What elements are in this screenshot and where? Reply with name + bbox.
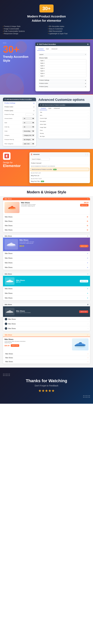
style-list-item[interactable]: Style 1 — [39, 60, 86, 62]
style4-row-2[interactable]: 2 Nike Shoes › — [3, 322, 90, 326]
wr-label: Active Style — [40, 124, 46, 125]
style2-desc: Lorem ipsum dolor sit amet consectetur a… — [19, 241, 40, 244]
style4-row-3[interactable]: 3 Nike Shoes › — [3, 326, 90, 331]
style3-row-3[interactable]: Nike Shoes+ — [3, 296, 90, 300]
wr-tab-advanced[interactable]: Advanced — [53, 107, 61, 110]
woo-layout: ☰ Edit WooCommerce Product Accordion Pro… — [0, 95, 93, 149]
woo-right-row[interactable]: Active Style› — [38, 123, 90, 126]
style1-row-1[interactable]: Nike Shoes⊕ — [3, 215, 90, 219]
style1-row-2[interactable]: Nike Shoes⊕ — [3, 219, 90, 224]
feature-item: Trendy & Unique Style — [3, 25, 45, 28]
style5-add-cart[interactable]: Add to Cart — [11, 344, 19, 347]
hero-title: Modern Product Accordion Addon for eleme… — [3, 14, 90, 23]
style-list-item[interactable]: Style 6 — [39, 72, 86, 75]
woo-field-row: CategoryCategory Select — [3, 133, 36, 138]
wr-arrow: › — [88, 136, 89, 137]
woo-right-row[interactable]: Review› — [38, 132, 90, 135]
woo-select[interactable]: style: Caro — [22, 142, 34, 145]
close-icon-2: ⊕ — [87, 235, 88, 237]
feature-item: Image Customizable — [3, 28, 45, 30]
style4-top-bar: Nike Shoes # — [3, 303, 90, 306]
wr-label: Description — [40, 121, 46, 122]
style3-add-cart[interactable]: Add to Cart — [80, 280, 88, 282]
widget-woo-accordion[interactable]: WooCommerce Product Accordion New — [30, 168, 89, 171]
layout-group[interactable]: Layout ▼ — [38, 53, 87, 56]
woo-right-tabs: Content Style Advanced — [38, 107, 90, 110]
hero-section: 30+ Modern Product Accordion Addon for e… — [0, 0, 93, 39]
style5-row-1[interactable]: Nike Shoes› — [3, 352, 90, 356]
minus-icon-5: — — [87, 334, 88, 336]
style2-row-4[interactable]: Nike Shoes+ — [3, 265, 90, 270]
style3-row-2[interactable]: Nike Shoes+ — [3, 291, 90, 296]
product-query-group[interactable]: Product Query ▶ — [38, 85, 87, 88]
woo-right-row[interactable]: Current Style› — [38, 117, 90, 120]
woo-right-row[interactable]: Price› — [38, 129, 90, 132]
wr-tab-style[interactable]: Style — [47, 107, 53, 110]
style5-row-3[interactable]: Nike Shoes› — [3, 360, 90, 364]
sidebar-item-product-action[interactable]: Product Action ▶ — [3, 105, 36, 109]
style-list[interactable]: Style 1Style 2Style 3Style 4Style 5Style… — [39, 59, 87, 77]
style4-row-1[interactable]: 1 Nike Shoes › — [3, 317, 90, 322]
woo-field-input[interactable] — [25, 113, 34, 116]
style2-row-2[interactable]: Nike Shoes+ — [3, 256, 90, 260]
shoe-icon-2 — [6, 240, 16, 248]
style3-info: Nike Shoes $99.00 — [16, 280, 78, 283]
woo-right-row[interactable]: Description› — [38, 120, 90, 123]
style-list-item[interactable]: Style 2 — [39, 62, 86, 64]
style-demo-3: Nike Shoes + Nike Shoes $99.00 Add to Ca… — [3, 272, 90, 300]
tab-style[interactable]: Style — [45, 48, 50, 50]
woo-select[interactable]: Category Select — [22, 134, 34, 136]
style3-price: $99.00 — [16, 281, 78, 283]
wr-arrow: › — [88, 121, 89, 122]
woo-select[interactable]: All — [22, 122, 34, 124]
woo-settings-section: ☰ Edit WooCommerce Product Accordion Pro… — [0, 95, 93, 149]
style-list-item[interactable]: Style 4 — [39, 67, 86, 70]
style1-add-cart[interactable]: Add to Cart — [80, 204, 89, 206]
wr-tab-content[interactable]: Content — [40, 107, 47, 110]
woo-select[interactable]: All — [22, 117, 34, 120]
style-list-item[interactable]: Style 7 — [39, 75, 86, 77]
woo-select[interactable]: Descending — [22, 130, 34, 132]
style2-row-1[interactable]: Nike Shoes+ — [3, 251, 90, 256]
style-selector: Choose Style Style 1Style 2Style 3Style … — [38, 56, 87, 79]
woo-right-row[interactable]: Title› — [38, 111, 90, 114]
tab-advanced[interactable]: Advanced — [50, 48, 59, 50]
style1-row-4[interactable]: Nike Shoes⊕ — [3, 228, 90, 232]
woo-right-row[interactable]: Btn Style› — [38, 135, 90, 138]
style-list-item[interactable]: Style 3 — [39, 64, 86, 67]
sidebar-item-product-query[interactable]: Product Query ▶ — [3, 109, 36, 112]
product-settings-group[interactable]: Product Settings ▶ — [38, 79, 87, 82]
style-list-item[interactable]: Style 5 — [39, 70, 86, 72]
accordion-big-number: 30+ — [3, 44, 33, 54]
tab-content[interactable]: Content — [37, 48, 45, 50]
style-section-header: Modern & Unique Style — [0, 186, 93, 196]
style1-price: $99.00 — [80, 202, 89, 204]
style4-top-label: Nike Shoes — [5, 304, 12, 305]
shoe-icon-1 — [7, 204, 16, 210]
woo-panel: ☰ Edit WooCommerce Product Accordion Pro… — [3, 98, 36, 146]
style4-desc: Lorem ipsum dolor sit amet — [16, 312, 30, 313]
accordion-card-body: Layout ▼ Choose Style Style 1Style 2Styl… — [37, 52, 88, 90]
chevron-icon-4: ▶ — [85, 86, 86, 87]
widget-search-input[interactable] — [30, 158, 50, 160]
style1-row-3[interactable]: Nike Shoes⊕ — [3, 224, 90, 228]
woo-select[interactable]: By Category — [22, 138, 34, 141]
sidebar-item-product-settings[interactable]: Product Settings ▶ — [3, 101, 36, 105]
product-action-group[interactable]: Product Action ▶ — [38, 82, 87, 85]
style2-add-cart[interactable]: Add to Cart — [80, 245, 89, 247]
woo-right-row[interactable]: Image Style› — [38, 126, 90, 129]
style2-row-3[interactable]: Nike Shoes+ — [3, 260, 90, 265]
woo-select[interactable]: All — [22, 126, 34, 128]
woo-panel-header: ☰ Edit WooCommerce Product Accordion — [3, 98, 36, 101]
thanks-content: Thanks for Watching Don't Forget to Feed… — [0, 368, 93, 404]
style1-name: Nike Shoes — [21, 202, 42, 204]
accordion-left: 30+ Trendy Accordion Style — [3, 42, 33, 62]
style4-add-cart[interactable]: Add to Cart — [79, 310, 88, 313]
dot — [3, 42, 4, 43]
style3-row-1[interactable]: Nike Shoes+ — [3, 286, 90, 291]
widget-blog-post-list: Blog Post List — [29, 174, 90, 178]
new-badge-2: New — [41, 181, 44, 182]
woo-right-row[interactable]: Item› — [38, 114, 90, 117]
style5-row-2[interactable]: Nike Shoes› — [3, 356, 90, 360]
hero-features: Trendy & Unique StyleImage CustomizableF… — [3, 25, 90, 35]
